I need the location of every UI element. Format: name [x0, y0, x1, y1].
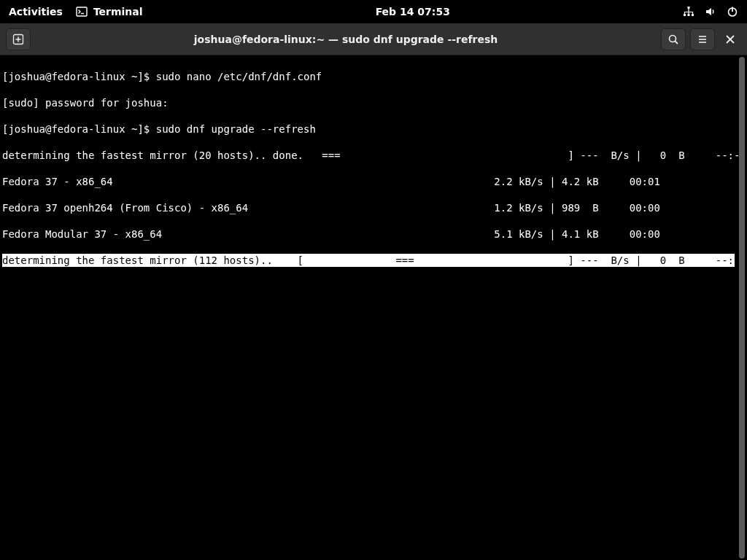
terminal-content: [joshua@fedora-linux ~]$ sudo nano /etc/…: [0, 55, 747, 295]
terminal-viewport[interactable]: [joshua@fedora-linux ~]$ sudo nano /etc/…: [0, 55, 747, 560]
svg-line-12: [675, 41, 678, 44]
new-tab-button[interactable]: [6, 28, 31, 50]
terminal-line: Fedora Modular 37 - x86_64 5.1 kB/s | 4.…: [2, 228, 745, 241]
terminal-scrollbar[interactable]: [738, 57, 746, 559]
svg-rect-3: [684, 14, 686, 16]
window-titlebar: joshua@fedora-linux:~ — sudo dnf upgrade…: [0, 23, 747, 55]
terminal-line: Fedora 37 - x86_64 2.2 kB/s | 4.2 kB 00:…: [2, 175, 745, 188]
svg-rect-2: [688, 7, 690, 9]
terminal-line: [joshua@fedora-linux ~]$ sudo dnf upgrad…: [2, 122, 745, 136]
gnome-top-panel: Activities Terminal Feb 14 07:53: [0, 0, 747, 23]
svg-rect-0: [77, 7, 87, 16]
hamburger-menu-button[interactable]: [690, 28, 715, 50]
current-app-name: Terminal: [93, 6, 143, 18]
network-icon: [683, 6, 694, 18]
svg-rect-5: [692, 14, 694, 16]
scrollbar-thumb[interactable]: [739, 57, 745, 559]
activities-button[interactable]: Activities: [9, 6, 63, 18]
terminal-line: determining the fastest mirror (20 hosts…: [2, 149, 745, 162]
search-button[interactable]: [661, 28, 686, 50]
volume-icon: [705, 6, 716, 18]
terminal-line: [joshua@fedora-linux ~]$ sudo nano /etc/…: [2, 70, 745, 83]
svg-rect-4: [688, 14, 690, 16]
power-icon: [727, 6, 738, 18]
panel-clock[interactable]: Feb 14 07:53: [376, 6, 450, 18]
terminal-line: Fedora 37 openh264 (From Cisco) - x86_64…: [2, 201, 745, 214]
svg-point-11: [670, 35, 676, 42]
terminal-line-active: determining the fastest mirror (112 host…: [2, 254, 735, 267]
current-app-indicator[interactable]: Terminal: [76, 6, 143, 18]
terminal-icon: [76, 6, 88, 18]
terminal-line: [sudo] password for joshua:: [2, 96, 745, 109]
close-button[interactable]: [719, 28, 741, 50]
window-title: joshua@fedora-linux:~ — sudo dnf upgrade…: [36, 34, 655, 45]
system-status-area[interactable]: [683, 6, 738, 18]
